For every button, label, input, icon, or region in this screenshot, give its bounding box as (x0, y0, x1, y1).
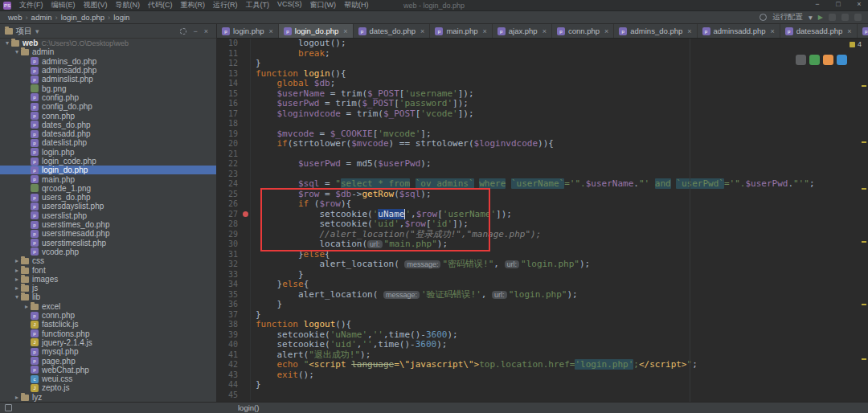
gutter[interactable] (241, 59, 251, 69)
line-number[interactable]: 15 (217, 89, 241, 100)
tree-item[interactable]: ▸lyz (0, 393, 216, 402)
line-number[interactable]: 36 (217, 300, 241, 310)
editor-tab[interactable]: main.php× (430, 24, 492, 38)
tree-item[interactable]: userslist.php (0, 211, 216, 220)
gutter[interactable] (241, 69, 251, 80)
gutter[interactable] (241, 330, 251, 341)
close-tab-icon[interactable]: × (419, 27, 424, 35)
tree-item[interactable]: webChat.php (0, 366, 216, 374)
line-number[interactable]: 20 (217, 139, 241, 149)
tree-item[interactable]: login.php (0, 148, 216, 157)
gutter[interactable] (241, 39, 251, 49)
editor-tab[interactable]: conn.php× (552, 24, 614, 38)
toolwindow-toggle-icon[interactable] (5, 404, 12, 411)
code-line[interactable]: 32 alert_location( message:"密码错误!", url:… (217, 260, 868, 270)
code-line[interactable]: 17 $loginvdcode = trim($_POST['vcode']); (217, 109, 868, 120)
code-line[interactable]: 33 } (217, 270, 868, 280)
gutter[interactable] (241, 290, 251, 301)
chevron-right-icon[interactable]: ▸ (13, 257, 21, 264)
line-number[interactable]: 32 (217, 260, 241, 270)
stripe-mark[interactable] (862, 358, 866, 360)
close-tab-icon[interactable]: × (268, 27, 273, 35)
tree-item[interactable]: ▸images (0, 275, 216, 284)
code-line[interactable]: 35 alert_location( message:'验证码错误!', url… (217, 290, 868, 301)
gutter[interactable] (241, 250, 251, 260)
editor-tab[interactable]: admins_do.php× (614, 24, 697, 38)
tree-item[interactable]: fastclick.js (0, 320, 216, 329)
tree-item[interactable]: jquery-2.1.4.js (0, 338, 216, 347)
tree-item[interactable]: login_code.php (0, 157, 216, 166)
gutter[interactable] (241, 79, 251, 89)
line-number[interactable]: 35 (217, 290, 241, 301)
gutter[interactable] (241, 320, 251, 330)
breakpoint-icon[interactable] (243, 211, 248, 217)
tree-item[interactable]: userstimes_do.php (0, 220, 216, 229)
editor-tab[interactable]: login_do.php× (279, 24, 354, 38)
stripe-mark[interactable] (862, 141, 866, 143)
editor-tab[interactable]: login.php× (217, 24, 279, 38)
tree-item[interactable]: config.php (0, 93, 216, 102)
app-logo-icon[interactable]: PS (3, 2, 11, 10)
editor-tab[interactable]: datesadd.php× (780, 24, 858, 38)
tree-item[interactable]: zepto.js (0, 383, 216, 392)
line-number[interactable]: 22 (217, 159, 241, 170)
line-number[interactable]: 30 (217, 239, 241, 250)
tree-item[interactable]: main.php (0, 174, 216, 183)
close-tab-icon[interactable]: × (541, 27, 547, 35)
browser-icon[interactable] (823, 55, 833, 65)
breadcrumb-item[interactable]: login_do.php (59, 13, 106, 22)
line-number[interactable]: 25 (217, 190, 241, 200)
chevron-right-icon[interactable]: ▸ (23, 303, 31, 310)
gutter[interactable] (241, 99, 251, 109)
gutter[interactable] (241, 391, 251, 401)
gutter[interactable] (241, 219, 251, 230)
search-button[interactable] (854, 14, 862, 21)
stripe-mark[interactable] (862, 188, 866, 190)
line-number[interactable]: 42 (217, 360, 241, 370)
menu-item[interactable]: 重构(R) (177, 0, 210, 10)
editor-tab[interactable]: adminsadd.php× (698, 24, 780, 38)
tree-item[interactable]: ▾webC:\Users\O.O\Desktop\web (0, 39, 216, 47)
gutter[interactable] (241, 280, 251, 290)
tree-item[interactable]: qrcode_1.png (0, 184, 216, 193)
line-number[interactable]: 27 (217, 210, 241, 220)
chevron-down-icon[interactable]: ▾ (3, 39, 11, 47)
tree-item[interactable]: datesadd.php (0, 129, 216, 138)
chevron-right-icon[interactable]: ▸ (13, 284, 21, 292)
menu-item[interactable]: 帮助(H) (340, 0, 373, 10)
line-number[interactable]: 44 (217, 380, 241, 391)
gutter[interactable] (241, 170, 251, 180)
tree-item[interactable]: ▸excel (0, 302, 216, 311)
line-number[interactable]: 16 (217, 99, 241, 109)
stripe-mark[interactable] (862, 241, 866, 243)
line-number[interactable]: 21 (217, 149, 241, 160)
tree-item[interactable]: login_do.php (0, 166, 216, 174)
code-line[interactable]: 22 $userPwd = md5($userPwd); (217, 159, 868, 170)
line-number[interactable]: 34 (217, 280, 241, 290)
minimize-button[interactable]: − (812, 0, 823, 8)
menu-item[interactable]: 视图(V) (80, 0, 112, 10)
gutter[interactable] (241, 300, 251, 310)
code-editor[interactable]: 10 logout();11 break;12}13function login… (217, 39, 868, 402)
tree-item[interactable]: mysql.php (0, 347, 216, 356)
menu-item[interactable]: VCS(S) (273, 0, 306, 10)
gutter[interactable] (241, 109, 251, 120)
gutter[interactable] (241, 129, 251, 140)
line-number[interactable]: 18 (217, 119, 241, 129)
coverage-button[interactable] (841, 14, 849, 21)
chevron-down-icon[interactable]: ▾ (13, 48, 21, 55)
code-line[interactable]: 45 (217, 391, 868, 401)
line-number[interactable]: 19 (217, 129, 241, 140)
user-icon[interactable] (760, 14, 767, 21)
tree-item[interactable]: conn.php (0, 311, 216, 320)
code-line[interactable]: 11 break; (217, 49, 868, 59)
line-number[interactable]: 38 (217, 320, 241, 330)
chevron-right-icon[interactable]: ▸ (13, 267, 21, 274)
line-number[interactable]: 17 (217, 109, 241, 120)
line-number[interactable]: 41 (217, 350, 241, 361)
menu-item[interactable]: 代码(C) (144, 0, 177, 10)
gutter[interactable] (241, 239, 251, 250)
close-button[interactable]: × (854, 0, 865, 8)
browser-icon[interactable] (809, 55, 820, 65)
gutter[interactable] (241, 230, 251, 240)
